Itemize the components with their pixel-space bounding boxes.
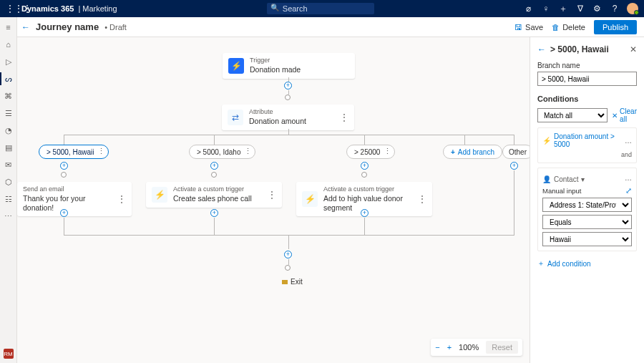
connector-ring bbox=[61, 172, 67, 178]
add-step-button[interactable]: + bbox=[284, 82, 292, 89]
add-step-button[interactable]: + bbox=[210, 162, 218, 170]
operator-select[interactable]: Equals bbox=[542, 215, 632, 229]
zoom-value: 100% bbox=[459, 343, 479, 352]
action-kicker: Activate a custom trigger bbox=[173, 186, 252, 193]
action-kicker: Send an email bbox=[23, 186, 113, 193]
zoom-reset-button[interactable]: Reset bbox=[486, 341, 518, 354]
panel-title: > 5000, Hawaii bbox=[550, 44, 609, 54]
trigger-icon: ⚡ bbox=[152, 187, 167, 203]
node-menu-icon[interactable]: ⋮ bbox=[263, 190, 276, 200]
rail-play-icon[interactable]: ▷ bbox=[3, 56, 14, 67]
other-label: Other bbox=[509, 148, 527, 156]
rail-journeys-icon[interactable]: ᔕ bbox=[3, 73, 14, 84]
attribute-label: Donation amount bbox=[249, 117, 306, 126]
page-header: ← Journey name • Draft 🖫Save 🗑Delete Pub… bbox=[0, 17, 644, 37]
filter-icon[interactable]: ∇ bbox=[575, 4, 585, 14]
clear-icon: ✕ bbox=[612, 112, 618, 120]
branch-menu-icon[interactable]: ⋮ bbox=[97, 147, 105, 156]
add-step-button[interactable]: + bbox=[210, 209, 218, 217]
app-launcher-icon[interactable]: ⋮⋮⋮ bbox=[6, 4, 17, 14]
branch-name-input[interactable] bbox=[537, 72, 637, 86]
condition-menu-icon[interactable]: … bbox=[625, 137, 632, 145]
user-avatar[interactable] bbox=[627, 3, 638, 14]
journey-canvas[interactable]: ⚡ Trigger Donation made + ⇄ Attribute Do… bbox=[17, 37, 530, 363]
add-step-button[interactable]: + bbox=[60, 209, 68, 217]
node-menu-icon[interactable]: ⋮ bbox=[414, 194, 426, 204]
rail-list-icon[interactable]: ☰ bbox=[3, 107, 14, 119]
back-button[interactable]: ← bbox=[21, 22, 30, 32]
branch-name-label: Branch name bbox=[537, 62, 637, 69]
add-step-button[interactable]: + bbox=[510, 162, 518, 170]
help-icon[interactable]: ? bbox=[610, 4, 620, 14]
attribute-kicker: Attribute bbox=[249, 109, 306, 115]
condition-card-2: 👤Contact ▾ … Manual input ⤢ Address 1: S… bbox=[537, 168, 637, 251]
branch-pill-25000[interactable]: > 25000 ⋮ bbox=[346, 145, 395, 159]
match-mode-select[interactable]: Match all bbox=[537, 108, 608, 122]
left-nav-rail: ≡ ⌂ ▷ ᔕ ⌘ ☰ ◔ ▤ ✉ ⬡ ☷ ⋯ RM bbox=[0, 17, 17, 363]
conditions-heading: Conditions bbox=[537, 95, 637, 103]
assist-icon[interactable]: ⌀ bbox=[524, 4, 534, 14]
attribute-icon: ⇄ bbox=[228, 110, 243, 125]
delete-button[interactable]: 🗑Delete bbox=[552, 23, 585, 32]
branch-label: > 5000, Hawaii bbox=[47, 148, 94, 156]
rail-mail-icon[interactable]: ✉ bbox=[3, 159, 14, 170]
rail-shape-icon[interactable]: ⬡ bbox=[3, 176, 14, 188]
rail-clock-icon[interactable]: ◔ bbox=[3, 125, 14, 136]
add-step-button[interactable]: + bbox=[60, 162, 68, 170]
add-step-button[interactable]: + bbox=[361, 209, 369, 217]
action-kicker: Activate a custom trigger bbox=[323, 186, 414, 193]
save-label: Save bbox=[525, 23, 543, 32]
action-trigger-node[interactable]: ⚡ Activate a custom trigger Create sales… bbox=[146, 182, 282, 208]
save-button[interactable]: 🖫Save bbox=[514, 23, 543, 32]
field-select[interactable]: Address 1: State/Province bbox=[542, 198, 632, 212]
action-label: Add to high value donor segment bbox=[323, 194, 414, 212]
publish-button[interactable]: Publish bbox=[594, 20, 637, 34]
rail-form-icon[interactable]: ☷ bbox=[3, 193, 14, 205]
global-header: ⋮⋮⋮ Dynamics 365 | Marketing 🔍 ⌀ ♀ ＋ ∇ ⚙… bbox=[0, 0, 644, 17]
plus-icon: ＋ bbox=[537, 258, 545, 268]
clear-all-button[interactable]: ✕Clear all bbox=[612, 107, 637, 123]
search-input[interactable] bbox=[267, 3, 374, 14]
node-menu-icon[interactable]: ⋮ bbox=[336, 112, 348, 122]
zoom-out-button[interactable]: − bbox=[435, 343, 439, 352]
trigger-kicker: Trigger bbox=[250, 57, 301, 64]
branch-pill-other[interactable]: Other bbox=[502, 145, 530, 159]
branch-menu-icon[interactable]: ⋮ bbox=[244, 147, 252, 156]
search-icon: 🔍 bbox=[270, 4, 279, 11]
exit-node: Exit bbox=[282, 278, 303, 286]
condition-summary[interactable]: Donation amount > 5000 bbox=[554, 132, 622, 148]
rail-menu-icon[interactable]: ≡ bbox=[3, 21, 14, 33]
zoom-in-button[interactable]: + bbox=[447, 343, 452, 352]
branch-menu-icon[interactable]: ⋮ bbox=[384, 147, 391, 156]
add-step-button[interactable]: + bbox=[361, 162, 369, 170]
rail-group-icon[interactable]: ⌘ bbox=[3, 90, 14, 102]
rail-home-icon[interactable]: ⌂ bbox=[3, 39, 14, 50]
condition-menu-icon[interactable]: … bbox=[625, 174, 632, 182]
trigger-node[interactable]: ⚡ Trigger Donation made bbox=[223, 53, 355, 79]
branch-pill-idaho[interactable]: > 5000, Idaho ⋮ bbox=[189, 145, 255, 159]
panel-close-button[interactable]: ✕ bbox=[630, 44, 637, 54]
settings-icon[interactable]: ⚙ bbox=[592, 4, 602, 14]
connector-ring bbox=[285, 265, 291, 271]
add-condition-label: Add condition bbox=[547, 260, 591, 268]
condition-card-1[interactable]: ⚡ Donation amount > 5000 … and bbox=[537, 127, 637, 163]
value-select[interactable]: Hawaii bbox=[542, 232, 632, 246]
rail-more-icon[interactable]: ⋯ bbox=[3, 210, 14, 222]
add-condition-button[interactable]: ＋ Add condition bbox=[537, 258, 637, 268]
lightbulb-icon[interactable]: ♀ bbox=[541, 4, 551, 14]
rail-sheet-icon[interactable]: ▤ bbox=[3, 142, 14, 153]
branch-pill-hawaii[interactable]: > 5000, Hawaii ⋮ bbox=[39, 145, 109, 159]
action-email-node[interactable]: Send an email Thank you for your donatio… bbox=[17, 182, 132, 216]
trigger-icon: ⚡ bbox=[302, 191, 318, 207]
contact-icon: 👤 bbox=[542, 175, 551, 183]
attribute-node[interactable]: ⇄ Attribute Donation amount ⋮ bbox=[222, 105, 354, 130]
add-step-button[interactable]: + bbox=[284, 251, 292, 258]
add-icon[interactable]: ＋ bbox=[558, 3, 568, 15]
expand-icon[interactable]: ⤢ bbox=[625, 186, 632, 195]
add-branch-button[interactable]: + Add branch bbox=[443, 145, 502, 159]
plus-icon: + bbox=[451, 148, 455, 156]
flash-icon: ⚡ bbox=[542, 137, 551, 145]
panel-back-button[interactable]: ← bbox=[537, 44, 546, 54]
global-search[interactable]: 🔍 bbox=[267, 3, 374, 14]
node-menu-icon[interactable]: ⋮ bbox=[113, 194, 126, 204]
